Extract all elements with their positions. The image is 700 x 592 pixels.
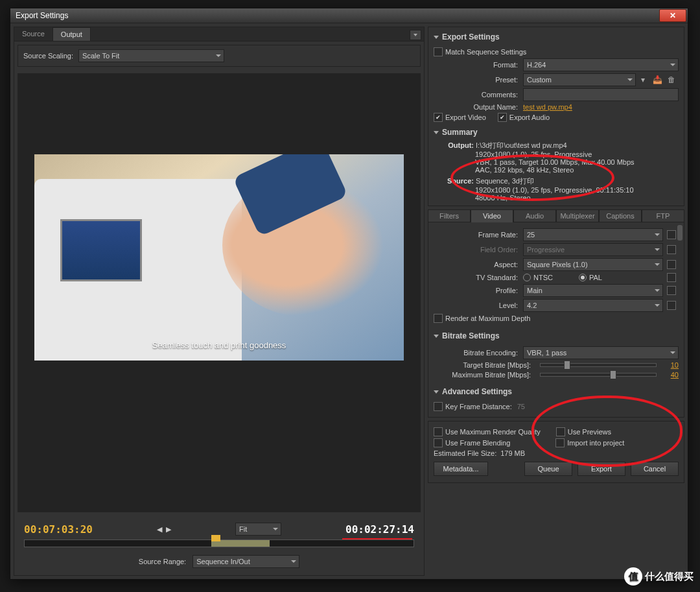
source-scaling-dropdown[interactable]: Scale To Fit bbox=[78, 49, 224, 62]
profile-label: Profile: bbox=[434, 287, 523, 294]
target-bitrate-value[interactable]: 10 bbox=[660, 361, 679, 369]
max-bitrate-label: Maximum Bitrate [Mbps]: bbox=[434, 371, 536, 379]
next-frame-icon[interactable]: ▶ bbox=[166, 525, 171, 534]
profile-override-checkbox[interactable] bbox=[667, 286, 676, 295]
export-audio-checkbox[interactable] bbox=[498, 113, 507, 122]
watermark-badge-icon: 值 bbox=[624, 567, 642, 586]
output-name-label: Output Name: bbox=[434, 103, 523, 111]
prev-frame-icon[interactable]: ◀ bbox=[157, 525, 162, 534]
max-bitrate-slider[interactable] bbox=[540, 373, 657, 377]
close-button[interactable]: ✕ bbox=[659, 9, 686, 22]
tab-ftp[interactable]: FTP bbox=[642, 209, 684, 222]
current-timecode[interactable]: 00:07:03:20 bbox=[24, 523, 93, 536]
save-preset-icon[interactable]: ▾ bbox=[637, 74, 649, 86]
summary-title: Summary bbox=[442, 128, 478, 137]
import-preset-icon[interactable]: 📥 bbox=[651, 74, 663, 86]
disclosure-icon[interactable] bbox=[434, 335, 439, 338]
tab-output[interactable]: Output bbox=[52, 27, 91, 41]
max-render-label: Use Maximum Render Quality bbox=[445, 428, 541, 436]
use-previews-checkbox[interactable] bbox=[556, 427, 565, 436]
watermark-text: 什么值得买 bbox=[645, 571, 694, 583]
level-override-checkbox[interactable] bbox=[667, 301, 676, 310]
export-button[interactable]: Export bbox=[578, 462, 625, 476]
max-bitrate-value[interactable]: 40 bbox=[660, 371, 679, 379]
slider-thumb-icon[interactable] bbox=[564, 361, 570, 370]
subtitle-text: Seamless touch and print goodness bbox=[34, 340, 404, 350]
export-settings-title: Export Settings bbox=[442, 32, 500, 41]
bottom-options: Use Maximum Render Quality Use Previews … bbox=[428, 421, 684, 483]
comments-input[interactable] bbox=[523, 88, 679, 101]
output-name-link[interactable]: test wd pw.mp4 bbox=[523, 103, 572, 111]
timeline-panel: 00:07:03:20 ◀ ▶ Fit 00:02:27:14 Source R… bbox=[18, 519, 421, 572]
pal-label: PAL bbox=[589, 274, 602, 281]
source-scaling-label: Source Scaling: bbox=[23, 52, 73, 60]
frame-rate-dropdown[interactable]: 25 bbox=[523, 228, 663, 241]
est-size-value: 179 MB bbox=[500, 449, 525, 457]
tab-audio[interactable]: Audio bbox=[513, 209, 556, 222]
disclosure-icon[interactable] bbox=[434, 36, 439, 39]
field-order-dropdown: Progressive bbox=[523, 243, 663, 256]
level-dropdown[interactable]: 4.2 bbox=[523, 299, 663, 312]
import-project-checkbox[interactable] bbox=[555, 438, 565, 447]
preset-label: Preset: bbox=[434, 76, 523, 84]
ntsc-radio[interactable] bbox=[523, 274, 531, 281]
target-bitrate-slider[interactable] bbox=[540, 363, 657, 367]
pal-radio[interactable] bbox=[579, 274, 587, 281]
zoom-fit-dropdown[interactable]: Fit bbox=[235, 523, 281, 536]
preview-tabs: Source Output bbox=[14, 27, 424, 41]
profile-dropdown[interactable]: Main bbox=[523, 284, 663, 297]
bitrate-encoding-dropdown[interactable]: VBR, 1 pass bbox=[523, 346, 679, 359]
export-settings-section: Export Settings Match Sequence Settings … bbox=[428, 27, 684, 206]
tab-video[interactable]: Video bbox=[471, 209, 513, 222]
playhead-icon[interactable] bbox=[211, 535, 220, 541]
tv-standard-label: TV Standard: bbox=[434, 274, 523, 281]
encoding-tabs: Filters Video Audio Multiplexer Captions… bbox=[428, 209, 684, 222]
match-sequence-checkbox[interactable] bbox=[434, 47, 443, 56]
est-size-label: Estimated File Size: bbox=[434, 449, 496, 457]
max-render-checkbox[interactable] bbox=[434, 427, 443, 436]
source-range-dropdown[interactable]: Sequence In/Out bbox=[192, 555, 299, 568]
watermark: 值 什么值得买 bbox=[624, 567, 694, 586]
tab-filters[interactable]: Filters bbox=[428, 209, 471, 222]
frame-rate-override-checkbox[interactable] bbox=[667, 230, 676, 239]
delete-preset-icon[interactable]: 🗑 bbox=[666, 74, 677, 86]
ntsc-label: NTSC bbox=[533, 274, 553, 281]
timeline-scrubber[interactable] bbox=[24, 539, 414, 547]
comments-label: Comments: bbox=[434, 91, 523, 99]
cancel-button[interactable]: Cancel bbox=[631, 462, 679, 476]
aspect-override-checkbox[interactable] bbox=[667, 260, 676, 269]
format-label: Format: bbox=[434, 61, 523, 69]
settings-panel: Export Settings Match Sequence Settings … bbox=[428, 27, 684, 576]
level-label: Level: bbox=[434, 302, 523, 309]
advanced-title: Advanced Settings bbox=[442, 387, 512, 396]
slider-thumb-icon[interactable] bbox=[610, 370, 616, 379]
format-dropdown[interactable]: H.264 bbox=[523, 58, 679, 71]
render-max-depth-checkbox[interactable] bbox=[434, 314, 443, 323]
metadata-button[interactable]: Metadata... bbox=[434, 462, 488, 476]
export-video-checkbox[interactable] bbox=[434, 113, 443, 122]
tab-multiplexer[interactable]: Multiplexer bbox=[556, 209, 599, 222]
frame-blending-checkbox[interactable] bbox=[434, 438, 443, 447]
window-title: Export Settings bbox=[10, 11, 659, 20]
encoding-tabs-section: Filters Video Audio Multiplexer Captions… bbox=[428, 209, 684, 418]
keyframe-checkbox[interactable] bbox=[434, 402, 443, 411]
match-sequence-label: Match Sequence Settings bbox=[445, 48, 526, 56]
field-order-label: Field Order: bbox=[434, 246, 523, 254]
close-icon: ✕ bbox=[670, 11, 676, 20]
panel-menu-icon[interactable] bbox=[410, 30, 421, 40]
video-settings-body: Frame Rate: 25 Field Order: Progressive … bbox=[428, 222, 684, 418]
queue-button[interactable]: Queue bbox=[524, 462, 572, 476]
tab-source[interactable]: Source bbox=[14, 27, 52, 41]
scrollbar-thumb[interactable] bbox=[677, 225, 682, 241]
tv-standard-override-checkbox[interactable] bbox=[667, 273, 676, 282]
tab-captions[interactable]: Captions bbox=[599, 209, 642, 222]
preset-dropdown[interactable]: Custom bbox=[523, 73, 636, 86]
field-order-override-checkbox[interactable] bbox=[667, 245, 676, 254]
disclosure-icon[interactable] bbox=[434, 131, 439, 134]
source-range-label: Source Range: bbox=[139, 558, 186, 565]
titlebar[interactable]: Export Settings ✕ bbox=[10, 8, 688, 23]
aspect-dropdown[interactable]: Square Pixels (1.0) bbox=[523, 258, 663, 271]
frame-rate-label: Frame Rate: bbox=[434, 231, 523, 239]
disclosure-icon[interactable] bbox=[434, 390, 439, 394]
target-bitrate-label: Target Bitrate [Mbps]: bbox=[434, 361, 536, 369]
